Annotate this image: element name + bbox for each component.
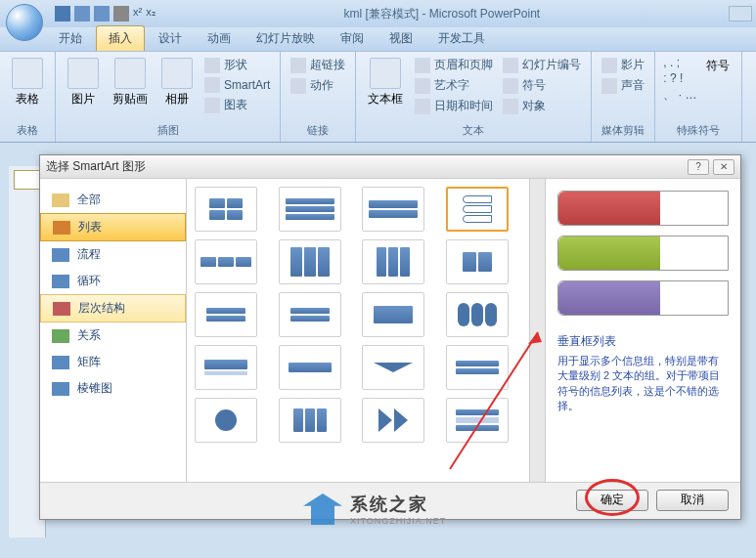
ok-button[interactable]: 确定 [576,490,648,511]
cancel-button[interactable]: 取消 [656,490,729,511]
table-button[interactable]: 表格 [8,56,47,109]
tab-slideshow[interactable]: 幻灯片放映 [245,26,327,51]
ribbon-group-text: 文本框 页眉和页脚 艺术字 日期和时间 幻灯片编号 符号 对象 文本 [356,52,592,142]
category-process[interactable]: 流程 [40,241,186,268]
object-button[interactable]: 对象 [501,97,583,115]
gallery-item[interactable] [446,239,509,284]
dialog-title: 选择 SmartArt 图形 [46,158,146,175]
hyperlink-icon [290,58,306,73]
gallery-item[interactable] [446,345,509,390]
datetime-button[interactable]: 日期和时间 [413,97,495,115]
hyperlink-button[interactable]: 超链接 [289,56,347,74]
wordart-button[interactable]: 艺术字 [413,76,495,95]
gallery-item[interactable] [362,187,424,232]
smartart-dialog: 选择 SmartArt 图形 ? ✕ 全部 列表 流程 循环 层次结构 关系 矩… [39,154,741,520]
superscript-icon[interactable]: x² [133,6,142,21]
slidenum-button[interactable]: 幻灯片编号 [501,56,583,74]
smartart-gallery[interactable] [187,179,529,482]
wordart-icon [415,78,430,94]
action-icon [290,78,306,94]
special-symbol-button[interactable]: 符号 [702,56,734,104]
gallery-item[interactable] [362,398,424,443]
category-cycle[interactable]: 循环 [40,268,186,294]
watermark: 系统之家 XITONGZHIJIA.NET [303,493,446,526]
category-pyramid[interactable]: 棱锥图 [40,375,186,402]
gallery-item[interactable] [446,398,509,443]
shapes-button[interactable]: 形状 [202,56,272,74]
process-icon [52,248,69,262]
subscript-icon[interactable]: x₂ [146,6,156,21]
title-bar: x² x₂ kml [兼容模式] - Microsoft PowerPoint [0,0,756,27]
gallery-item[interactable] [279,292,341,337]
gallery-item-selected[interactable] [446,187,509,232]
ribbon-group-illustrations: 图片 剪贴画 相册 形状 SmartArt 图表 插图 [56,52,281,142]
tab-animation[interactable]: 动画 [196,26,243,51]
symbol-button[interactable]: 符号 [501,76,583,95]
movie-button[interactable]: 影片 [600,56,646,74]
chart-button[interactable]: 图表 [202,96,272,114]
gallery-item[interactable] [195,292,257,337]
action-button[interactable]: 动作 [289,76,347,95]
slidenum-icon [503,58,518,73]
clipart-button[interactable]: 剪贴画 [109,56,152,114]
office-orb-button[interactable] [6,4,43,41]
tab-review[interactable]: 审阅 [329,26,376,51]
gallery-item[interactable] [362,292,424,337]
category-all[interactable]: 全部 [40,187,186,213]
tab-view[interactable]: 视图 [378,26,424,51]
header-footer-button[interactable]: 页眉和页脚 [413,56,495,74]
sound-button[interactable]: 声音 [600,76,646,95]
gallery-item[interactable] [279,345,341,390]
tab-home[interactable]: 开始 [47,26,94,51]
ribbon-group-tables: 表格 表格 [0,52,56,142]
tab-insert[interactable]: 插入 [96,25,145,51]
category-relationship[interactable]: 关系 [40,322,186,349]
dialog-titlebar: 选择 SmartArt 图形 ? ✕ [40,155,740,179]
relationship-icon [52,329,69,343]
gallery-item[interactable] [279,187,341,232]
undo-icon[interactable] [74,6,90,21]
tab-developer[interactable]: 开发工具 [426,26,497,51]
category-list-item[interactable]: 列表 [40,213,186,241]
textbox-button[interactable]: 文本框 [364,56,407,115]
save-icon[interactable] [55,6,70,21]
picture-icon [67,58,99,89]
dialog-help-button[interactable]: ? [688,159,709,175]
gallery-item[interactable] [195,187,257,232]
dialog-close-button[interactable]: ✕ [713,159,734,175]
smartart-icon [204,77,220,93]
album-button[interactable]: 相册 [157,56,197,114]
category-hierarchy[interactable]: 层次结构 [40,294,186,322]
table-icon [12,58,43,89]
gallery-scrollbar[interactable] [529,179,545,482]
minimize-button[interactable] [729,6,752,21]
gallery-item[interactable] [362,345,424,390]
chart-icon [204,98,220,113]
movie-icon [601,58,617,73]
quick-access-toolbar: x² x₂ [55,6,156,21]
pyramid-icon [52,382,69,396]
preview-shape-purple [557,280,729,316]
picture-button[interactable]: 图片 [64,56,103,114]
gallery-item[interactable] [195,239,257,284]
gallery-item[interactable] [195,345,257,390]
preview-shape-red [557,191,729,226]
gallery-item[interactable] [446,292,509,337]
gallery-item[interactable] [362,239,424,284]
gallery-item[interactable] [279,239,341,284]
slide-thumbnail[interactable] [14,170,41,190]
cycle-icon [52,275,69,288]
print-icon[interactable] [113,6,129,21]
album-icon [161,58,193,89]
category-matrix[interactable]: 矩阵 [40,349,186,375]
tab-design[interactable]: 设计 [147,26,194,51]
smartart-button[interactable]: SmartArt [202,76,272,94]
window-title: kml [兼容模式] - Microsoft PowerPoint [156,6,729,22]
shapes-icon [204,58,220,73]
ribbon-group-links: 超链接 动作 链接 [281,52,356,142]
ribbon: 表格 表格 图片 剪贴画 相册 形状 SmartArt 图表 插图 超链接 动作… [0,51,756,143]
gallery-item[interactable] [195,398,257,443]
list-icon [53,221,70,235]
gallery-item[interactable] [279,398,341,443]
redo-icon[interactable] [94,6,110,21]
